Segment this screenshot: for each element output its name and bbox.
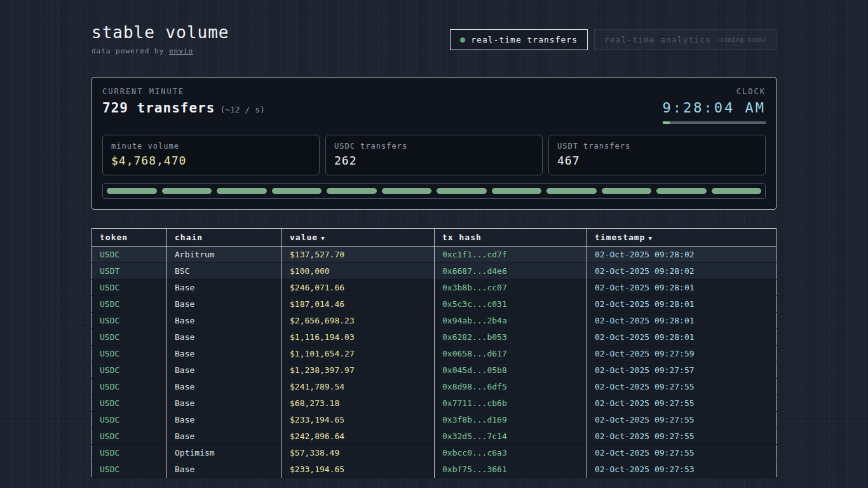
tx-hash-link[interactable]: 0x32d5...7c14	[435, 428, 587, 445]
token-cell: USDC	[92, 313, 167, 329]
tx-hash-link[interactable]: 0x0658...d617	[435, 346, 587, 362]
timestamp-cell: 02-Oct-2025 09:27:55	[587, 379, 776, 395]
value-cell: $233,194.65	[282, 461, 435, 478]
token-cell: USDC	[92, 395, 167, 412]
token-cell: USDC	[92, 329, 167, 346]
minute-segment	[712, 188, 762, 194]
tx-hash-link[interactable]: 0x5c3c...c031	[435, 296, 587, 313]
transfer-row: USDC Base $233,194.65 0x3f8b...d169 02-O…	[92, 412, 776, 428]
sort-desc-icon: ▼	[648, 235, 652, 241]
tx-hash-link[interactable]: 0x045d...05b8	[435, 362, 587, 379]
timestamp-cell: 02-Oct-2025 09:27:53	[587, 461, 776, 478]
column-header-txhash: tx hash	[435, 229, 587, 247]
chain-cell: Base	[167, 346, 282, 362]
column-header-value[interactable]: value▼	[282, 229, 435, 247]
token-cell: USDC	[92, 247, 167, 263]
chain-cell: Base	[167, 362, 282, 379]
stat-label: USDC transfers	[334, 142, 534, 151]
stat-label: USDT transfers	[557, 142, 757, 151]
tx-hash-link[interactable]: 0x7711...cb6b	[435, 395, 587, 412]
tx-hash-link[interactable]: 0x8d98...6df5	[435, 379, 587, 395]
transfer-row: USDC Base $68,273.18 0x7711...cb6b 02-Oc…	[92, 395, 776, 412]
transfer-row: USDC Base $1,101,654.27 0x0658...d617 02…	[92, 346, 776, 362]
minute-segment	[546, 188, 597, 194]
clock-block: CLOCK 9:28:04 AM	[663, 87, 766, 124]
clock-time: 9:28:04 AM	[663, 100, 766, 116]
chain-cell: Base	[167, 379, 282, 395]
minute-segment	[602, 188, 652, 194]
tab-realtime-analytics[interactable]: real-time analytics (coming soon)	[594, 29, 776, 50]
chain-cell: Arbitrum	[167, 247, 282, 263]
transfer-row: USDC Base $241,789.54 0x8d98...6df5 02-O…	[92, 379, 776, 395]
tx-hash-link[interactable]: 0x6282...b053	[435, 329, 587, 346]
stat-value: $4,768,470	[111, 154, 311, 167]
timestamp-cell: 02-Oct-2025 09:27:57	[587, 362, 776, 379]
tx-hash-link[interactable]: 0xbf75...3661	[435, 461, 587, 478]
chain-cell: Base	[167, 428, 282, 445]
tx-hash-link[interactable]: 0x6687...d4e6	[435, 263, 587, 280]
title-block: stable volume data powered by envio	[92, 23, 229, 55]
envio-link[interactable]: envio	[169, 47, 193, 55]
value-cell: $68,273.18	[282, 395, 435, 412]
transfers-table-wrap: token chain value▼ tx hash timestamp▼ US…	[92, 228, 776, 478]
view-tabs: real-time transfers real-time analytics …	[450, 29, 776, 50]
timestamp-cell: 02-Oct-2025 09:27:55	[587, 428, 776, 445]
timestamp-cell: 02-Oct-2025 09:28:01	[587, 280, 776, 296]
minute-segment	[382, 188, 432, 194]
chain-cell: Base	[167, 329, 282, 346]
timestamp-cell: 02-Oct-2025 09:27:55	[587, 445, 776, 461]
subtitle: data powered by envio	[92, 47, 229, 55]
transfer-row: USDC Base $1,238,397.97 0x045d...05b8 02…	[92, 362, 776, 379]
stat-card-minute-volume: minute volume $4,768,470	[102, 135, 320, 175]
clock-label: CLOCK	[663, 87, 766, 96]
value-cell: $246,071.66	[282, 280, 435, 296]
minute-segment	[272, 188, 322, 194]
value-cell: $1,116,194.03	[282, 329, 435, 346]
tx-hash-link[interactable]: 0x3b8b...cc07	[435, 280, 587, 296]
minute-segment	[217, 188, 267, 194]
value-cell: $187,014.46	[282, 296, 435, 313]
coming-soon-badge: (coming soon)	[717, 36, 766, 43]
tx-hash-link[interactable]: 0x3f8b...d169	[435, 412, 587, 428]
token-cell: USDC	[92, 445, 167, 461]
value-cell: $242,896.64	[282, 428, 435, 445]
timestamp-cell: 02-Oct-2025 09:28:01	[587, 329, 776, 346]
page-header: stable volume data powered by envio real…	[92, 23, 776, 55]
value-cell: $1,101,654.27	[282, 346, 435, 362]
timestamp-cell: 02-Oct-2025 09:28:02	[587, 263, 776, 280]
value-cell: $100,000	[282, 263, 435, 280]
transfers-table: token chain value▼ tx hash timestamp▼ US…	[92, 228, 776, 478]
transfers-rate: (~12 / s)	[220, 105, 264, 114]
token-cell: USDC	[92, 280, 167, 296]
token-cell: USDC	[92, 412, 167, 428]
column-header-token: token	[92, 229, 167, 247]
transfer-row: USDC Base $246,071.66 0x3b8b...cc07 02-O…	[92, 280, 776, 296]
column-header-timestamp[interactable]: timestamp▼	[587, 229, 776, 247]
transfer-row: USDC Optimism $57,338.49 0xbcc0...c6a3 0…	[92, 445, 776, 461]
minute-segment	[492, 188, 542, 194]
chain-cell: Optimism	[167, 445, 282, 461]
token-cell: USDC	[92, 346, 167, 362]
tx-hash-link[interactable]: 0xbcc0...c6a3	[435, 445, 587, 461]
stat-card-usdc-transfers: USDC transfers 262	[325, 135, 543, 175]
minute-segment	[162, 188, 212, 194]
tab-realtime-transfers[interactable]: real-time transfers	[450, 29, 588, 50]
tx-hash-link[interactable]: 0x94ab...2b4a	[435, 313, 587, 329]
stat-card-usdt-transfers: USDT transfers 467	[548, 135, 766, 175]
tx-hash-link[interactable]: 0xc1f1...cd7f	[435, 247, 587, 263]
clock-progress-fill	[663, 121, 670, 124]
token-cell: USDC	[92, 362, 167, 379]
stat-value: 262	[334, 154, 534, 167]
transfer-row: USDC Base $2,656,698.23 0x94ab...2b4a 02…	[92, 313, 776, 329]
token-cell: USDC	[92, 461, 167, 478]
current-minute-label: CURRENT MINUTE	[102, 87, 265, 96]
subtitle-text: data powered by	[92, 47, 169, 55]
transfers-count: 729 transfers	[102, 100, 215, 116]
minute-segment	[437, 188, 487, 194]
page-container: stable volume data powered by envio real…	[92, 0, 776, 478]
stat-value: 467	[557, 154, 757, 167]
minute-segment	[656, 188, 707, 194]
minute-segment	[327, 188, 377, 194]
transfer-row: USDT BSC $100,000 0x6687...d4e6 02-Oct-2…	[92, 263, 776, 280]
clock-progress	[663, 121, 766, 124]
